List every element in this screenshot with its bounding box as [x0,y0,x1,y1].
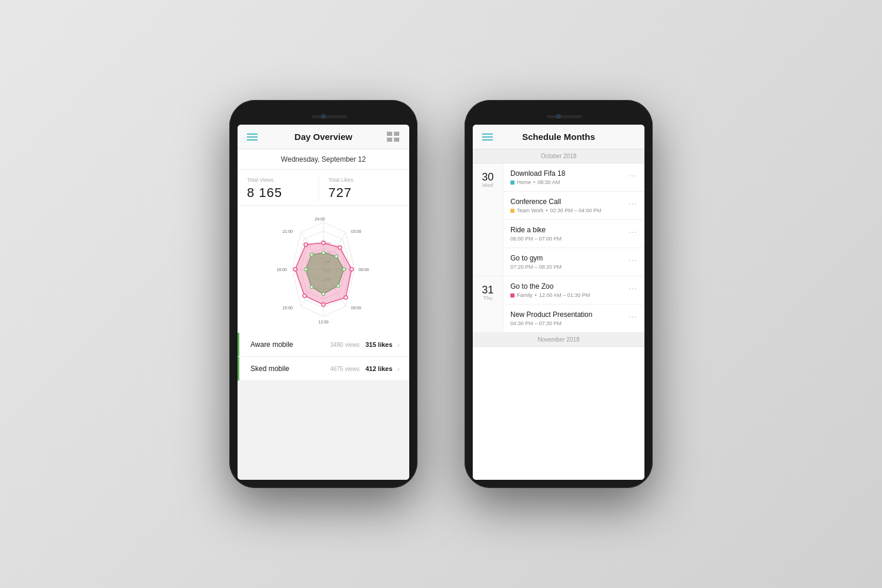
chevron-right-icon: › [397,364,400,373]
chevron-right-icon: › [397,340,400,349]
event-separator: • [533,179,535,185]
tag-dot [510,293,514,298]
event-time: 08:30 AM [537,179,560,185]
svg-point-33 [335,255,338,258]
event-time: 04:30 PM – 07:30 PM [510,320,562,326]
phone-1-screen: Day Overview Wednesday, September 12 Tot… [238,125,409,480]
radar-svg: 100 200 300 400 500 24:00 03:00 06:00 09… [265,211,382,328]
total-views-block: Total Views 8 165 [247,177,319,201]
event-info: Go to the Zoo Family • 12:00 AM – 01:30 … [510,282,590,298]
schedule-event[interactable]: New Product Presentation 04:30 PM – 07:3… [503,305,644,332]
event-info: Conference Call Team Work • 02:30 PM – 0… [510,198,602,213]
svg-point-28 [322,303,325,306]
schedule-day-row: 31 Thu Go to the Zoo Family • 12:00 AM –… [473,276,644,333]
svg-point-25 [338,246,342,249]
event-title: Go to gym [510,254,562,262]
schedule-content: 30 Wed Download Fifa 18 Home • 08:30 AM [473,163,644,480]
svg-point-39 [310,253,313,256]
svg-point-30 [293,268,297,271]
svg-point-35 [337,285,340,288]
item-likes: 315 likes [365,341,392,348]
phone-1-top [238,108,409,125]
svg-point-34 [343,268,346,271]
event-title: Download Fifa 18 [510,169,565,178]
total-likes-block: Total Likes 727 [319,177,400,201]
svg-text:09:00: 09:00 [351,306,362,310]
item-name: Sked mobile [247,365,330,373]
svg-point-26 [350,268,353,271]
event-separator: • [535,292,537,298]
more-icon[interactable]: ··· [629,169,637,180]
more-icon[interactable]: ··· [629,226,637,236]
event-info: New Product Presentation 04:30 PM – 07:3… [510,310,592,326]
svg-text:06:00: 06:00 [359,268,369,272]
day-name: Wed [482,182,493,188]
event-meta: Family • 12:00 AM – 01:30 PM [510,292,590,298]
accent-bar [238,357,239,380]
schedule-title: Schedule Months [522,132,595,142]
day-number: 30 [482,172,493,182]
more-icon[interactable]: ··· [629,198,637,208]
phone-2-screen: Schedule Months October 2018 30 Wed Down… [473,125,644,480]
event-title: New Product Presentation [510,310,592,319]
event-title: Ride a bike [510,226,562,234]
svg-point-36 [322,293,325,296]
menu-icon[interactable] [247,133,258,141]
event-time: 07:20 PM – 08:20 PM [510,264,562,270]
date-display: Wednesday, September 12 [238,149,409,170]
item-likes: 412 likes [365,365,392,372]
menu-icon[interactable] [482,133,493,141]
total-likes-value: 727 [329,185,400,201]
event-meta: 06:00 PM – 07:00 PM [510,236,562,242]
list-item[interactable]: Sked mobile 4675 views 412 likes › [238,357,409,381]
schedule-event[interactable]: Go to the Zoo Family • 12:00 AM – 01:30 … [503,276,644,305]
item-name: Aware mobile [247,340,330,349]
event-meta: 04:30 PM – 07:30 PM [510,320,592,326]
event-info: Go to gym 07:20 PM – 08:20 PM [510,254,562,270]
grid-icon[interactable] [387,132,400,142]
schedule-header: Schedule Months [473,125,644,149]
event-info: Download Fifa 18 Home • 08:30 AM [510,169,565,185]
speaker [547,115,582,118]
event-meta: 07:20 PM – 08:20 PM [510,264,562,270]
event-time: 06:00 PM – 07:00 PM [510,236,562,242]
camera-dot [556,114,561,119]
phone-2-top [473,108,644,125]
tag-dot [510,209,514,213]
svg-text:12:00: 12:00 [318,320,329,324]
svg-point-32 [322,252,325,255]
schedule-event[interactable]: Download Fifa 18 Home • 08:30 AM ··· [503,163,644,192]
total-views-label: Total Views [247,177,319,183]
svg-point-24 [322,241,325,245]
svg-text:24:00: 24:00 [315,217,325,221]
phone-2: Schedule Months October 2018 30 Wed Down… [465,100,653,488]
next-month-label: November 2018 [473,333,644,347]
schedule-date: 31 Thu [473,276,503,332]
phone-1: Day Overview Wednesday, September 12 Tot… [229,100,417,488]
item-views: 3490 views [330,342,359,348]
svg-point-27 [344,296,348,299]
svg-text:03:00: 03:00 [351,229,362,233]
more-icon[interactable]: ··· [629,310,637,321]
schedule-event[interactable]: Go to gym 07:20 PM – 08:20 PM ··· [503,248,644,276]
more-icon[interactable]: ··· [629,282,637,293]
list-item[interactable]: Aware mobile 3490 views 315 likes › [238,333,409,357]
svg-point-38 [305,268,308,271]
event-meta: Home • 08:30 AM [510,179,565,185]
more-icon[interactable]: ··· [629,254,637,265]
svg-text:15:00: 15:00 [282,306,293,310]
day-number: 31 [482,285,493,295]
event-tag-label: Family [517,292,533,298]
item-views: 4675 views [330,366,359,372]
app-list: Aware mobile 3490 views 315 likes › Sked… [238,333,409,480]
schedule-events: Download Fifa 18 Home • 08:30 AM ··· [503,163,644,276]
total-likes-label: Total Likes [329,177,400,183]
event-time: 02:30 PM – 04:00 PM [550,208,602,213]
schedule-event[interactable]: Ride a bike 06:00 PM – 07:00 PM ··· [503,220,644,248]
event-tag-label: Team Work [517,208,543,213]
total-views-value: 8 165 [247,185,319,201]
tag-dot [510,181,514,185]
svg-point-37 [310,286,313,289]
schedule-event[interactable]: Conference Call Team Work • 02:30 PM – 0… [503,192,644,220]
svg-point-29 [303,294,306,298]
